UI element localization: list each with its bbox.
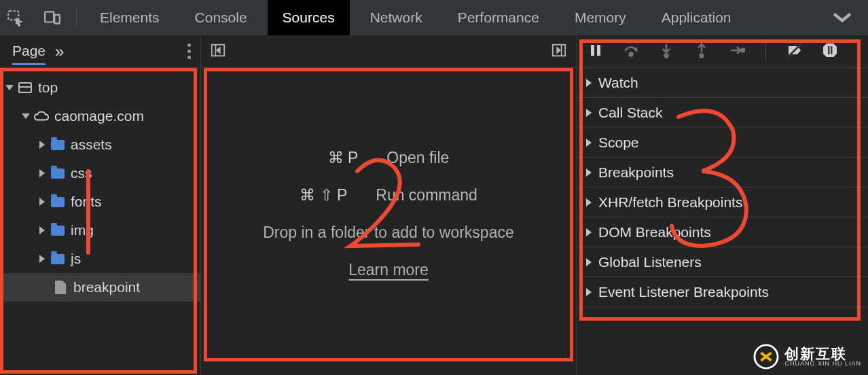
sources-panes: Page » top caomage.com assets (0, 35, 868, 375)
section-label: XHR/fetch Breakpoints (598, 194, 742, 211)
section-call-stack[interactable]: Call Stack (577, 98, 868, 128)
divider (76, 7, 77, 28)
deactivate-breakpoints-icon[interactable] (786, 42, 803, 61)
frame-icon (18, 82, 32, 93)
chevron-down-icon (5, 85, 14, 90)
tree-label: top (38, 79, 58, 96)
tab-console[interactable]: Console (180, 0, 262, 35)
section-label: DOM Breakpoints (598, 224, 711, 240)
tree-file[interactable]: breakpoint (0, 273, 200, 302)
watermark-text-cn: 创新互联 (784, 346, 861, 361)
tree-label: breakpoint (73, 279, 140, 296)
chevron-down-icon (22, 113, 30, 119)
svg-marker-17 (823, 43, 837, 57)
section-breakpoints[interactable]: Breakpoints (577, 158, 868, 188)
folder-icon (51, 140, 65, 150)
tree-folder[interactable]: js (0, 245, 200, 273)
chevron-right-icon (586, 288, 592, 296)
chevron-right-icon (586, 109, 592, 117)
nav-overflow-icon[interactable]: » (55, 42, 64, 61)
tab-elements[interactable]: Elements (85, 0, 175, 35)
devtools-tabbar: Elements Console Sources Network Perform… (0, 0, 868, 35)
section-xhr-breakpoints[interactable]: XHR/fetch Breakpoints (577, 188, 868, 217)
section-label: Global Listeners (598, 254, 702, 270)
tree-folder[interactable]: css (0, 159, 200, 188)
debugger-pane: Watch Call Stack Scope Breakpoints XHR/f… (577, 35, 868, 375)
section-label: Event Listener Breakpoints (598, 284, 769, 300)
step-out-icon[interactable] (693, 42, 710, 61)
watermark-logo-icon (753, 344, 779, 370)
tab-memory[interactable]: Memory (560, 0, 641, 35)
step-into-icon[interactable] (658, 42, 674, 61)
inspect-icon[interactable] (0, 0, 31, 35)
pause-on-exceptions-icon[interactable] (822, 42, 838, 61)
watermark: 创新互联 CHUANG XIN HU LIAN (753, 344, 861, 370)
tree-label: img (71, 222, 94, 238)
chevron-right-icon (39, 169, 45, 177)
tab-sources[interactable]: Sources (268, 0, 350, 35)
shortcut-keys: ⌘ ⇧ P (300, 186, 347, 204)
tree-folder[interactable]: fonts (0, 188, 200, 216)
section-watch[interactable]: Watch (577, 68, 868, 98)
svg-rect-2 (54, 15, 60, 24)
nav-menu-icon[interactable] (187, 43, 195, 59)
section-dom-breakpoints[interactable]: DOM Breakpoints (577, 217, 868, 247)
tree-folder[interactable]: img (0, 216, 200, 245)
tree-label: assets (71, 137, 112, 153)
svg-point-13 (700, 54, 704, 57)
divider (765, 43, 766, 60)
debugger-sections: Watch Call Stack Scope Breakpoints XHR/f… (577, 68, 868, 307)
step-icon[interactable] (729, 42, 745, 61)
collapse-left-icon[interactable] (211, 43, 225, 60)
step-over-icon[interactable] (623, 42, 639, 61)
watermark-text-en: CHUANG XIN HU LIAN (784, 361, 861, 367)
tree-label: fonts (71, 194, 102, 210)
svg-rect-7 (591, 45, 594, 56)
tree-label: css (71, 165, 92, 181)
svg-point-11 (665, 54, 668, 57)
section-global-listeners[interactable]: Global Listeners (577, 247, 868, 277)
svg-point-9 (630, 52, 633, 56)
tree-site[interactable]: caomage.com (0, 102, 200, 130)
navigator-pane: Page » top caomage.com assets (0, 35, 201, 375)
chevron-right-icon (586, 198, 592, 207)
chevron-right-icon (39, 198, 45, 206)
shortcut-label: Run command (376, 186, 477, 204)
debugger-toolbar (577, 35, 868, 68)
section-scope[interactable]: Scope (577, 128, 868, 158)
chevron-right-icon (586, 168, 592, 177)
tab-performance[interactable]: Performance (443, 0, 554, 35)
shortcut-keys: ⌘ P (328, 149, 359, 167)
device-toggle-icon[interactable] (37, 0, 68, 35)
page-tab[interactable]: Page (12, 43, 46, 65)
drop-hint: Drop in a folder to add to workspace (263, 224, 513, 242)
svg-rect-18 (828, 46, 830, 54)
section-label: Breakpoints (598, 164, 674, 181)
collapse-right-icon[interactable] (551, 43, 566, 60)
tab-network[interactable]: Network (355, 0, 437, 35)
chevron-right-icon (39, 226, 45, 234)
tree-top[interactable]: top (0, 73, 200, 102)
chevron-right-icon (586, 228, 592, 236)
cloud-icon (34, 110, 49, 122)
section-event-listener-breakpoints[interactable]: Event Listener Breakpoints (577, 277, 868, 307)
section-label: Call Stack (598, 105, 663, 121)
chevron-right-icon (39, 141, 45, 149)
chevron-right-icon (586, 79, 592, 87)
editor-head (201, 35, 576, 68)
pause-icon[interactable] (587, 42, 604, 61)
tab-application[interactable]: Application (647, 0, 746, 35)
tabs-overflow-icon[interactable] (816, 10, 868, 26)
chevron-right-icon (586, 139, 592, 147)
learn-more-link[interactable]: Learn more (348, 261, 429, 279)
svg-rect-1 (45, 12, 54, 22)
svg-point-15 (742, 48, 745, 52)
folder-icon (51, 168, 65, 179)
tree-folder[interactable]: assets (0, 130, 200, 159)
file-tree: top caomage.com assets css fonts (0, 68, 200, 302)
tree-label: js (71, 251, 81, 267)
folder-icon (51, 197, 65, 207)
chevron-right-icon (586, 258, 592, 266)
section-label: Watch (598, 75, 638, 91)
folder-icon (51, 226, 65, 236)
